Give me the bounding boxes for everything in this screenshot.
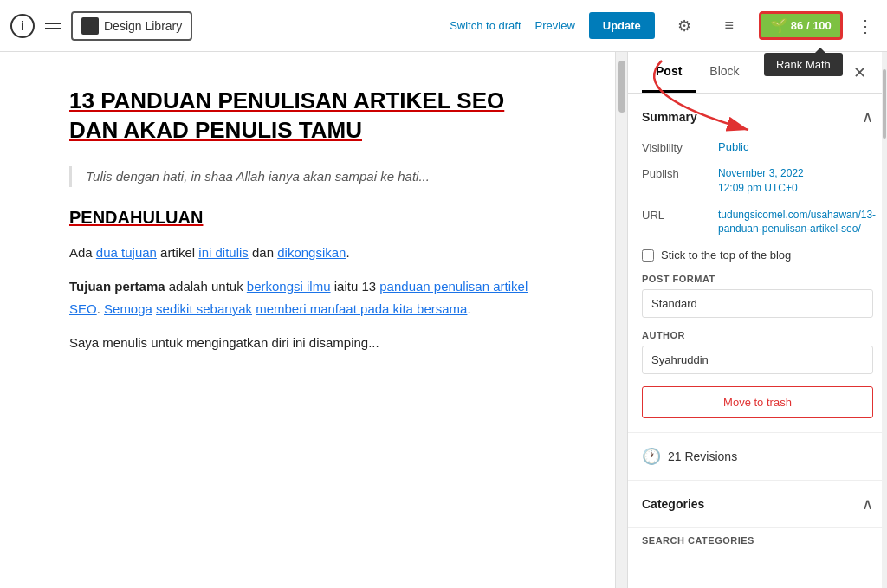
revisions-row[interactable]: 🕐 21 Revisions — [628, 433, 887, 481]
tab-block[interactable]: Block — [696, 52, 753, 93]
summary-section: Summary ∧ Visibility Public Publish Nove… — [628, 94, 887, 433]
categories-row: Categories ∧ — [628, 481, 887, 528]
body-text-1: Ada dua tujuan artikel ini ditulis dan d… — [69, 242, 546, 264]
editor-content: 13 PANDUAN PENULISAN ARTIKEL SEO DAN AKA… — [69, 87, 546, 354]
visibility-row: Visibility Public — [642, 140, 873, 154]
url-row: URL tudungsicomel.com/usahawan/13-pandua… — [642, 208, 873, 237]
rank-math-wrapper: 🌱 86 / 100 Rank Math — [759, 11, 843, 40]
rank-math-tooltip: Rank Math — [764, 53, 843, 76]
toolbar-center: Switch to draft Preview Update ⚙ ≡ 🌱 86 … — [447, 10, 877, 42]
editor-area[interactable]: 13 PANDUAN PENULISAN ARTIKEL SEO DAN AKA… — [0, 52, 615, 588]
sidebar-tabs: Post Block ✕ — [628, 52, 887, 94]
publish-row: Publish November 3, 202212:09 pm UTC+0 — [642, 166, 873, 196]
post-format-select[interactable]: Standard — [642, 289, 873, 318]
settings-icon[interactable]: ⚙ — [669, 10, 700, 42]
body-text-2: Tujuan pertama adalah untuk berkongsi il… — [69, 275, 546, 320]
design-library-button[interactable]: K Design Library — [71, 11, 192, 41]
categories-label: Categories — [642, 497, 704, 511]
revisions-icon: 🕐 — [642, 447, 661, 466]
author-select[interactable]: Syahruddin — [642, 346, 873, 374]
design-library-label: Design Library — [104, 19, 182, 33]
toolbar: i K Design Library Switch to draft Previ… — [0, 0, 887, 52]
close-sidebar-button[interactable]: ✕ — [846, 52, 873, 93]
scrollbar-thumb — [618, 61, 625, 113]
menu-icon[interactable] — [42, 19, 64, 33]
tab-post[interactable]: Post — [642, 52, 696, 93]
seedling-icon: 🌱 — [770, 17, 787, 34]
toolbar-left: i K Design Library — [10, 11, 440, 41]
move-to-trash-button[interactable]: Move to trash — [642, 386, 873, 418]
stick-to-top-label: Stick to the top of the blog — [661, 249, 791, 262]
summary-toggle-icon[interactable]: ∧ — [862, 107, 873, 126]
stick-to-top-checkbox[interactable] — [642, 249, 654, 262]
quote-block: Tulis dengan hati, in shaa Allah ianya a… — [69, 166, 546, 187]
main-area: 13 PANDUAN PENULISAN ARTIKEL SEO DAN AKA… — [0, 52, 887, 588]
sidebar-scrollbar-thumb — [883, 69, 886, 139]
info-icon[interactable]: i — [10, 14, 35, 38]
publish-value[interactable]: November 3, 202212:09 pm UTC+0 — [718, 166, 873, 196]
editor-scrollbar[interactable] — [615, 52, 627, 588]
visibility-label: Visibility — [642, 140, 711, 154]
sidebar-scrollbar[interactable] — [882, 52, 887, 588]
visibility-value[interactable]: Public — [718, 140, 873, 153]
revisions-text: 21 Revisions — [668, 449, 737, 463]
categories-toggle-icon[interactable]: ∧ — [862, 494, 873, 514]
more-options-icon[interactable]: ⋮ — [857, 16, 874, 36]
url-value[interactable]: tudungsicomel.com/usahawan/13-panduan-pe… — [718, 208, 876, 237]
view-options-icon[interactable]: ≡ — [714, 10, 745, 42]
summary-title: Summary — [642, 110, 697, 124]
publish-label: Publish — [642, 166, 711, 180]
post-format-label: POST FORMAT — [642, 274, 873, 284]
stick-to-top-row: Stick to the top of the blog — [642, 249, 873, 262]
url-label: URL — [642, 208, 711, 222]
update-button[interactable]: Update — [589, 12, 655, 39]
switch-to-draft-button[interactable]: Switch to draft — [450, 19, 521, 32]
section-heading-pendahuluan: PENDAHULUAN — [69, 208, 546, 228]
rank-math-score-button[interactable]: 🌱 86 / 100 — [759, 11, 843, 40]
post-title: 13 PANDUAN PENULISAN ARTIKEL SEO DAN AKA… — [69, 87, 546, 145]
search-categories-label: SEARCH CATEGORIES — [628, 528, 887, 549]
body-text-3: Saya menulis untuk mengingatkan diri ini… — [69, 332, 546, 354]
preview-button[interactable]: Preview — [535, 19, 575, 32]
sidebar: Post Block ✕ Summary ∧ Visibility Public… — [627, 52, 887, 588]
k-logo-icon: K — [81, 17, 99, 35]
author-label: AUTHOR — [642, 330, 873, 340]
summary-header: Summary ∧ — [642, 107, 873, 126]
